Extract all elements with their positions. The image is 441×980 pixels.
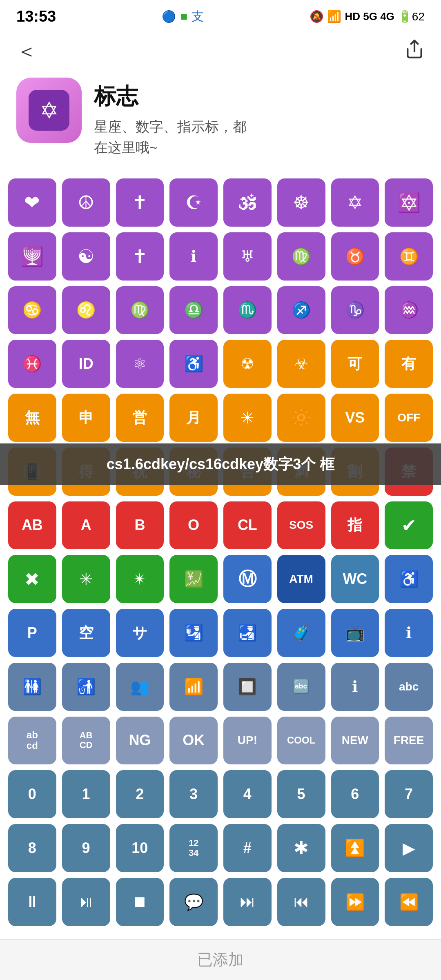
emoji-dotted-star[interactable]: 🔯 — [385, 178, 433, 227]
emoji-atom[interactable]: ⚛ — [116, 340, 164, 388]
emoji-scorpio[interactable]: ♏ — [223, 286, 272, 334]
emoji-sun[interactable]: 🔆 — [277, 394, 325, 442]
emoji-peace[interactable]: ☮ — [62, 178, 110, 227]
emoji-litter[interactable]: 🚮 — [62, 663, 110, 711]
emoji-info[interactable]: ℹ — [169, 232, 218, 281]
emoji-sparkle3[interactable]: ✴ — [116, 555, 164, 603]
emoji-9[interactable]: 9 — [62, 824, 110, 872]
emoji-5[interactable]: 5 — [277, 770, 325, 818]
emoji-wheelchair[interactable]: ♿ — [169, 340, 218, 388]
emoji-up[interactable]: UP! — [223, 717, 272, 765]
emoji-sagittarius[interactable]: ♐ — [277, 286, 325, 334]
emoji-a[interactable]: A — [62, 501, 110, 550]
emoji-passport[interactable]: 🛂 — [169, 609, 218, 657]
emoji-2[interactable]: 2 — [116, 770, 164, 818]
emoji-accessible[interactable]: ♿ — [385, 555, 433, 603]
emoji-3[interactable]: 3 — [169, 770, 218, 818]
emoji-1234[interactable]: 1234 — [169, 824, 218, 872]
emoji-busts[interactable]: 👥 — [116, 663, 164, 711]
emoji-cl[interactable]: CL — [223, 501, 272, 550]
emoji-cross2[interactable]: ✝ — [116, 232, 164, 281]
emoji-baggage[interactable]: 🧳 — [277, 609, 325, 657]
emoji-b[interactable]: B — [116, 501, 164, 550]
emoji-leo[interactable]: ♌ — [62, 286, 110, 334]
emoji-info3[interactable]: ℹ — [331, 663, 379, 711]
emoji-you[interactable]: 有 — [385, 340, 433, 388]
emoji-new[interactable]: NEW — [331, 717, 379, 765]
emoji-abcd[interactable]: abcd — [8, 717, 56, 765]
emoji-pause[interactable]: ⏸ — [8, 878, 56, 926]
emoji-om[interactable]: 🕉 — [223, 178, 272, 227]
emoji-ng[interactable]: NG — [116, 717, 164, 765]
emoji-1[interactable]: 1 — [62, 770, 110, 818]
emoji-hash[interactable]: # — [223, 824, 272, 872]
emoji-speech[interactable]: 💬 — [169, 878, 218, 926]
emoji-capricorn[interactable]: ♑ — [331, 286, 379, 334]
emoji-ab[interactable]: AB — [8, 501, 56, 550]
emoji-menorah[interactable]: 🕎 — [8, 232, 56, 281]
emoji-tv[interactable]: 📺 — [331, 609, 379, 657]
emoji-input-latin[interactable]: 🔲 — [223, 663, 272, 711]
emoji-ok[interactable]: OK — [169, 717, 218, 765]
emoji-playpause[interactable]: ⏯ — [62, 878, 110, 926]
emoji-free[interactable]: FREE — [385, 717, 433, 765]
emoji-virgo2[interactable]: ♍ — [116, 286, 164, 334]
emoji-pisces[interactable]: ♓ — [8, 340, 56, 388]
emoji-yue[interactable]: 月 — [169, 394, 218, 442]
emoji-taurus[interactable]: ♉ — [331, 232, 379, 281]
emoji-gemini[interactable]: ♊ — [385, 232, 433, 281]
emoji-wheel[interactable]: ☸ — [277, 178, 325, 227]
emoji-8[interactable]: 8 — [8, 824, 56, 872]
emoji-biohazard[interactable]: ☣ — [277, 340, 325, 388]
emoji-info2[interactable]: ℹ — [385, 609, 433, 657]
emoji-abcd2[interactable]: ABCD — [62, 717, 110, 765]
emoji-vs[interactable]: VS — [331, 394, 379, 442]
emoji-chart[interactable]: 💹 — [169, 555, 218, 603]
emoji-sos[interactable]: SOS — [277, 501, 325, 550]
emoji-asterisk[interactable]: ✱ — [277, 824, 325, 872]
emoji-prev[interactable]: ⏮ — [277, 878, 325, 926]
emoji-id[interactable]: ID — [62, 340, 110, 388]
emoji-signal[interactable]: 📶 — [169, 663, 218, 711]
emoji-symbols[interactable]: 🔤 — [277, 663, 325, 711]
emoji-ff[interactable]: ⏩ — [331, 878, 379, 926]
emoji-zhi[interactable]: 指 — [331, 501, 379, 550]
emoji-x[interactable]: ✖ — [8, 555, 56, 603]
emoji-next[interactable]: ⏭ — [223, 878, 272, 926]
emoji-wu[interactable]: 無 — [8, 394, 56, 442]
emoji-yin-yang[interactable]: ☯ — [62, 232, 110, 281]
emoji-check[interactable]: ✔ — [385, 501, 433, 550]
emoji-cool[interactable]: COOL — [277, 717, 325, 765]
emoji-10[interactable]: 10 — [116, 824, 164, 872]
back-button[interactable]: ＜ — [16, 38, 37, 65]
emoji-cross[interactable]: ✝ — [116, 178, 164, 227]
emoji-eject[interactable]: ⏫ — [331, 824, 379, 872]
emoji-star-of-david[interactable]: ✡ — [331, 178, 379, 227]
emoji-virgo[interactable]: ♍ — [277, 232, 325, 281]
emoji-radioactive[interactable]: ☢ — [223, 340, 272, 388]
emoji-shen[interactable]: 申 — [62, 394, 110, 442]
emoji-restroom[interactable]: 🚻 — [8, 663, 56, 711]
emoji-off[interactable]: OFF — [385, 394, 433, 442]
emoji-crescent[interactable]: ☪ — [169, 178, 218, 227]
emoji-empty[interactable]: 空 — [62, 609, 110, 657]
emoji-abc[interactable]: abc — [385, 663, 433, 711]
emoji-customs[interactable]: 🛃 — [223, 609, 272, 657]
emoji-heart[interactable]: ❤ — [8, 178, 56, 227]
emoji-libra[interactable]: ♎ — [169, 286, 218, 334]
emoji-sparkle2[interactable]: ✳ — [62, 555, 110, 603]
emoji-7[interactable]: 7 — [385, 770, 433, 818]
emoji-play[interactable]: ▶ — [385, 824, 433, 872]
emoji-m[interactable]: Ⓜ — [223, 555, 272, 603]
emoji-aquarius[interactable]: ♒ — [385, 286, 433, 334]
emoji-parking[interactable]: P — [8, 609, 56, 657]
added-button[interactable]: 已添加 — [197, 949, 244, 970]
emoji-sa[interactable]: サ — [116, 609, 164, 657]
emoji-0[interactable]: 0 — [8, 770, 56, 818]
emoji-o[interactable]: O — [169, 501, 218, 550]
emoji-rewind[interactable]: ⏪ — [385, 878, 433, 926]
emoji-4[interactable]: 4 — [223, 770, 272, 818]
emoji-sparkle[interactable]: ✳ — [223, 394, 272, 442]
emoji-6[interactable]: 6 — [331, 770, 379, 818]
emoji-ying[interactable]: 営 — [116, 394, 164, 442]
